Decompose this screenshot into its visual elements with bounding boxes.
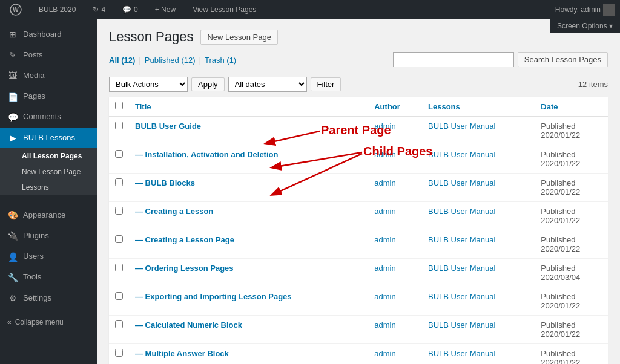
row-checkbox[interactable] (115, 122, 123, 129)
author-link[interactable]: admin (374, 349, 395, 358)
sidebar-item-users[interactable]: 👤 Users (0, 247, 97, 267)
sidebar-item-settings[interactable]: ⚙ Settings (0, 288, 97, 308)
date-filter-select[interactable]: All dates (228, 77, 307, 92)
new-item[interactable]: + New (150, 0, 180, 19)
filter-trash-link[interactable]: Trash (1) (205, 56, 236, 65)
lesson-page-title-link[interactable]: — BULB Blocks (135, 178, 195, 187)
bulk-actions-select[interactable]: Bulk Actions Move to Trash (109, 77, 188, 92)
site-name-item[interactable]: BULB 2020 (34, 0, 81, 19)
select-all-checkbox[interactable] (115, 102, 123, 109)
table-row: — Ordering Lesson PagesadminBULB User Ma… (109, 259, 608, 287)
row-checkbox[interactable] (115, 178, 123, 186)
sidebar-item-pages[interactable]: 📄 Pages (0, 86, 97, 107)
filter-published-link[interactable]: Published (12) (145, 56, 196, 65)
author-link[interactable]: admin (374, 264, 395, 273)
comments-count: 0 (134, 5, 138, 14)
view-lesson-pages-item[interactable]: View Lesson Pages (188, 0, 261, 19)
sidebar-item-posts[interactable]: ✎ Posts (0, 45, 97, 65)
select-all-header (109, 97, 129, 117)
author-link[interactable]: admin (374, 292, 395, 301)
sidebar-item-lessons[interactable]: Lessons (0, 180, 97, 195)
lessons-link[interactable]: BULB User Manual (428, 207, 495, 216)
sidebar-item-label: Settings (23, 293, 51, 304)
search-button[interactable]: Search Lesson Pages (518, 52, 608, 67)
comments-icon: 💬 (122, 5, 131, 14)
lessons-link[interactable]: BULB User Manual (428, 349, 495, 358)
table-row: — Creating a LessonadminBULB User Manual… (109, 202, 608, 230)
sidebar-item-label: Comments (23, 112, 61, 122)
lesson-page-title-link[interactable]: — Exporting and Importing Lesson Pages (135, 292, 292, 301)
lessons-link[interactable]: BULB User Manual (428, 150, 495, 159)
date-cell: Published2020/01/22 (535, 230, 608, 259)
pages-icon: 📄 (7, 91, 18, 102)
sidebar-item-all-lesson-pages[interactable]: All Lesson Pages (0, 148, 97, 164)
new-lesson-page-button[interactable]: New Lesson Page (200, 30, 278, 45)
lesson-page-title-link[interactable]: BULB User Guide (135, 122, 201, 131)
date-header[interactable]: Date (535, 97, 608, 117)
plugins-icon: 🔌 (7, 230, 18, 241)
author-link[interactable]: admin (374, 235, 395, 244)
row-checkbox[interactable] (115, 235, 123, 243)
filter-button[interactable]: Filter (311, 77, 341, 91)
sidebar-item-label: Users (23, 252, 44, 262)
media-icon: 🖼 (7, 70, 18, 81)
updates-item[interactable]: ↻ 4 (88, 0, 110, 19)
row-checkbox[interactable] (115, 349, 123, 357)
table-row: — Exporting and Importing Lesson Pagesad… (109, 287, 608, 316)
lesson-page-title-link[interactable]: — Creating a Lesson (135, 207, 213, 216)
lesson-page-title-link[interactable]: — Creating a Lesson Page (135, 235, 234, 244)
sidebar-item-comments[interactable]: 💬 Comments (0, 107, 97, 128)
date-cell: Published2020/01/22 (535, 344, 608, 365)
row-checkbox[interactable] (115, 292, 123, 300)
lessons-link[interactable]: BULB User Manual (428, 235, 495, 244)
sidebar-item-dashboard[interactable]: ⊞ Dashboard (0, 24, 97, 45)
title-header[interactable]: Title (129, 97, 368, 117)
wp-logo-item[interactable]: W (5, 0, 27, 19)
lessons-link[interactable]: BULB User Manual (428, 320, 495, 330)
sidebar-item-media[interactable]: 🖼 Media (0, 65, 97, 86)
table-row: — Installation, Activation and Deletiona… (109, 145, 608, 174)
sidebar-item-label: Posts (23, 50, 43, 60)
sidebar-item-tools[interactable]: 🔧 Tools (0, 267, 97, 288)
page-title: Lesson Pages (109, 29, 193, 45)
row-checkbox[interactable] (115, 207, 123, 215)
author-link[interactable]: admin (374, 178, 395, 187)
lessons-link[interactable]: BULB User Manual (428, 122, 495, 131)
row-checkbox[interactable] (115, 150, 123, 158)
sidebar-item-appearance[interactable]: 🎨 Appearance (0, 205, 97, 226)
lessons-link[interactable]: BULB User Manual (428, 178, 495, 187)
date-cell: Published2020/01/22 (535, 316, 608, 344)
lessons-link[interactable]: BULB User Manual (428, 264, 495, 273)
new-label: + New (155, 5, 176, 14)
item-count: 12 items (578, 80, 608, 89)
author-link[interactable]: admin (374, 150, 395, 159)
lesson-page-title-link[interactable]: — Calculated Numeric Block (135, 320, 242, 330)
sidebar-item-label: Tools (23, 272, 41, 282)
lessons-link[interactable]: BULB User Manual (428, 292, 495, 301)
sidebar-item-label: Dashboard (23, 30, 62, 40)
row-checkbox[interactable] (115, 264, 123, 271)
sidebar-item-new-lesson-page[interactable]: New Lesson Page (0, 164, 97, 180)
apply-button[interactable]: Apply (191, 77, 225, 91)
lesson-page-title-link[interactable]: — Installation, Activation and Deletion (135, 150, 278, 159)
bulb-lessons-icon: ▶ (7, 132, 18, 143)
sidebar-item-label: Pages (23, 91, 45, 102)
author-link[interactable]: admin (374, 122, 395, 131)
sidebar-item-label: BULB Lessons (23, 133, 75, 143)
lesson-page-title-link[interactable]: — Multiple Answer Block (135, 349, 229, 358)
sidebar-item-plugins[interactable]: 🔌 Plugins (0, 226, 97, 246)
search-input[interactable] (393, 52, 514, 67)
author-link[interactable]: admin (374, 207, 395, 216)
filter-all-link[interactable]: All (12) (109, 56, 135, 65)
collapse-menu-button[interactable]: « Collapse menu (0, 313, 97, 331)
sidebar-item-bulb-lessons[interactable]: ▶ BULB Lessons (0, 128, 97, 148)
lesson-page-title-link[interactable]: — Ordering Lesson Pages (135, 264, 234, 273)
row-checkbox[interactable] (115, 320, 123, 328)
sidebar-item-label: Media (23, 71, 44, 81)
collapse-label: Collapse menu (15, 318, 64, 327)
screen-options-button[interactable]: Screen Options ▾ (550, 19, 620, 33)
date-cell: Published2020/01/22 (535, 145, 608, 174)
comments-item[interactable]: 💬 0 (117, 0, 143, 19)
avatar (603, 4, 615, 16)
author-link[interactable]: admin (374, 320, 395, 330)
